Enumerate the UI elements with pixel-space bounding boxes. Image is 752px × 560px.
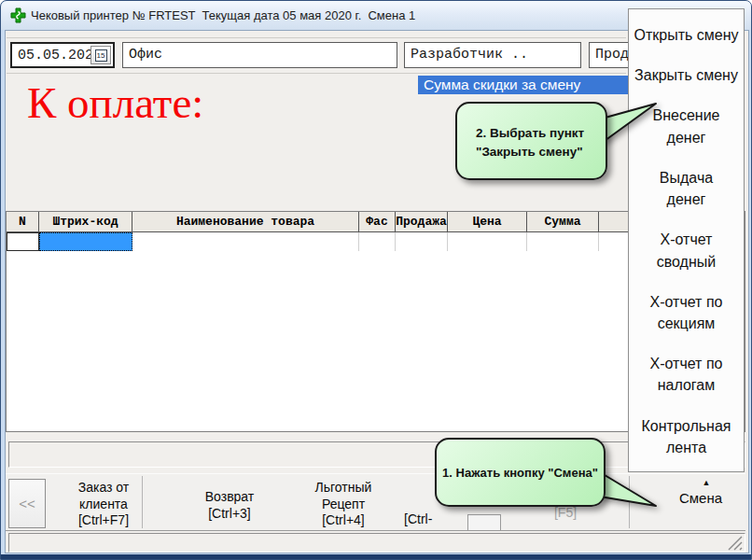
subsidized-recipe-button[interactable]: Льготный Рецепт [Ctrl+4] [292,480,395,529]
back-button[interactable]: << [8,479,46,528]
shift-menu: Открыть смену Закрыть смену Внесение ден… [628,8,745,472]
office-input[interactable]: Офис [122,42,397,68]
menu-item-xreport-summary[interactable]: Х-отчет сводный [657,229,716,272]
app-window: Чековый принтер № FRTEST Текущая дата 05… [0,0,752,560]
col-header-barcode: Штрих-код [39,212,132,232]
office-value: Офис [129,47,162,63]
f5-button[interactable]: [F5] [533,505,598,522]
menu-item-close-shift[interactable]: Закрыть смену [634,64,738,86]
col-header-sum: Сумма [527,212,599,232]
window-title: Чековый принтер № FRTEST Текущая дата 05… [31,8,415,22]
name-cell[interactable] [132,232,359,251]
col-header-pack: Фас [359,212,396,232]
menu-item-xreport-sections[interactable]: Х-отчет по секциям [650,291,723,334]
col-header-price: Цена [448,212,527,232]
divider [7,37,626,38]
col-header-name: Наименование товара [132,212,359,232]
shift-discount-label: Сумма скидки за смену [418,76,628,94]
sum-cell[interactable] [527,232,599,251]
callout-step1: 1. Нажать кнопку "Смена" [435,438,606,507]
col-header-n: N [7,212,39,232]
barcode-cell-selected[interactable] [39,232,132,251]
callout-step2: 2. Выбрать пункт "Закрыть смену" [455,102,607,180]
date-input[interactable]: 05.05.2020 15 [10,42,115,68]
shift-button-label: Смена [654,490,747,506]
hidden-button-box[interactable] [467,514,501,531]
return-button[interactable]: Возврат [Ctrl+3] [183,489,276,522]
row-number-cell[interactable] [7,232,39,251]
customer-order-button[interactable]: Заказ от клиента [Ctrl+F7] [52,480,155,529]
divider [7,73,626,74]
green-cross-icon [10,7,26,27]
col-header-sale: Продажа [396,212,448,232]
to-pay-label: К оплате: [27,77,203,128]
hidden-button-fragment[interactable]: [Ctrl- [404,511,460,528]
calendar-icon: 15 [95,49,107,62]
calendar-button[interactable]: 15 [91,46,111,64]
price-cell[interactable] [448,232,527,251]
developer-value: Разработчик .. [411,47,528,63]
pack-cell[interactable] [359,232,396,251]
menu-item-open-shift[interactable]: Открыть смену [634,24,738,46]
sale-cell[interactable] [396,232,448,251]
menu-item-control-tape[interactable]: Контрольная лента [642,415,731,458]
status-strip [8,533,745,553]
resize-grip-icon[interactable] [725,533,745,552]
callout2-tail [598,92,663,150]
menu-item-withdraw-money[interactable]: Выдача денег [660,167,713,210]
window-bottom-border [1,554,752,559]
developer-input[interactable]: Разработчик .. [404,42,581,68]
date-value: 05.05.2020 [18,48,102,63]
menu-item-xreport-taxes[interactable]: Х-отчет по налогам [650,353,723,396]
chevron-up-icon: ▲ [677,478,735,487]
